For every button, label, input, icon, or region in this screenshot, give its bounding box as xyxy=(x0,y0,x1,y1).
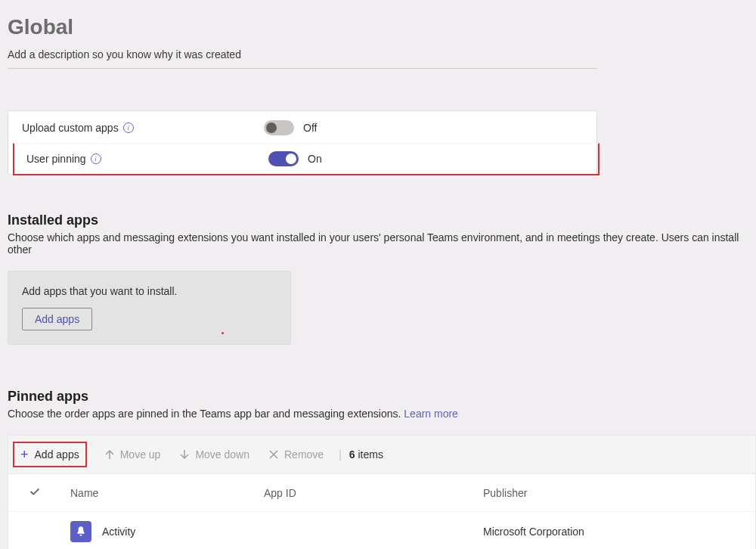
select-all[interactable] xyxy=(14,485,60,501)
marker-dot xyxy=(222,332,224,334)
page-title: Global xyxy=(8,15,748,39)
installed-apps-heading: Installed apps xyxy=(8,212,748,228)
add-apps-button[interactable]: Add apps xyxy=(22,308,92,330)
install-panel-text: Add apps that you want to install. xyxy=(22,285,277,297)
installed-apps-desc: Choose which apps and messaging extensio… xyxy=(8,231,748,256)
table-header: Name App ID Publisher xyxy=(8,474,755,512)
move-down-button[interactable]: Move down xyxy=(171,444,257,465)
check-icon xyxy=(28,485,42,498)
item-count: 6 items xyxy=(349,448,383,461)
toggle-state-text: Off xyxy=(303,122,317,134)
remove-button[interactable]: Remove xyxy=(260,444,331,465)
app-publisher: Microsoft Corporation xyxy=(483,526,756,538)
toggle-state-text: On xyxy=(308,153,322,165)
setting-user-pinning: User pinning i On xyxy=(13,143,600,175)
toggle-upload-custom-apps[interactable] xyxy=(264,120,294,135)
move-up-button[interactable]: Move up xyxy=(96,444,169,465)
plus-icon: + xyxy=(20,448,29,461)
col-app-id[interactable]: App ID xyxy=(264,487,483,499)
toggle-user-pinning[interactable] xyxy=(268,151,299,166)
pinned-apps-table: Name App ID Publisher Activity Microsoft… xyxy=(8,474,756,549)
info-icon[interactable]: i xyxy=(91,154,101,164)
settings-card: Upload custom apps i Off User pinning i … xyxy=(8,110,597,175)
page-description[interactable]: Add a description so you know why it was… xyxy=(8,48,597,69)
setting-upload-custom-apps: Upload custom apps i Off xyxy=(8,111,596,144)
table-row[interactable]: Activity Microsoft Corporation xyxy=(8,512,755,549)
learn-more-link[interactable]: Learn more xyxy=(404,408,458,420)
pinned-apps-toolbar: + Add apps Move up Move down Remove | 6 … xyxy=(8,435,756,474)
arrow-down-icon xyxy=(178,448,191,461)
app-name: Activity xyxy=(102,526,135,538)
setting-label: Upload custom apps xyxy=(22,122,119,134)
setting-label: User pinning xyxy=(26,153,86,165)
pinned-apps-heading: Pinned apps xyxy=(8,389,748,405)
x-icon xyxy=(268,448,280,461)
add-apps-pinned-button[interactable]: + Add apps xyxy=(13,442,87,467)
col-name[interactable]: Name xyxy=(60,487,264,499)
activity-icon xyxy=(70,521,91,542)
install-panel: Add apps that you want to install. Add a… xyxy=(8,271,291,345)
col-publisher[interactable]: Publisher xyxy=(483,487,756,499)
pinned-apps-desc: Choose the order apps are pinned in the … xyxy=(8,408,748,420)
separator: | xyxy=(334,448,346,461)
info-icon[interactable]: i xyxy=(123,123,134,133)
arrow-up-icon xyxy=(104,448,116,461)
